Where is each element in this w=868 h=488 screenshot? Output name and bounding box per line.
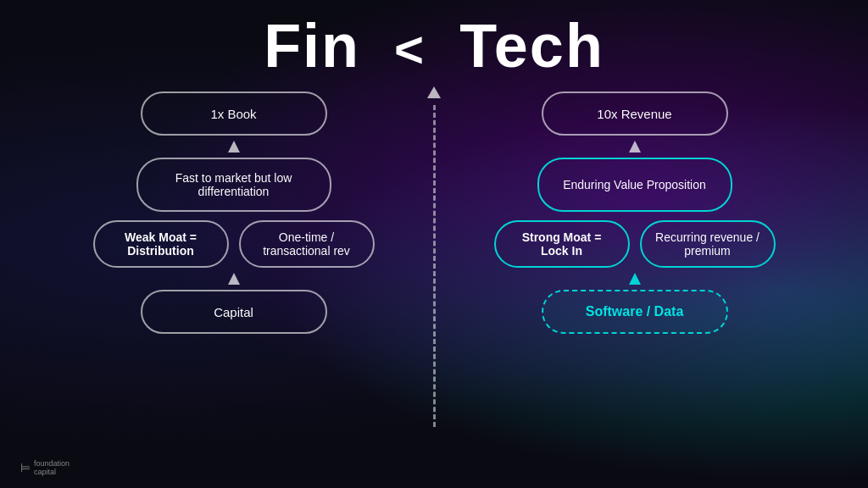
title-fin: Fin [264,12,360,80]
right-column: 10x Revenue Enduring Value Proposition S… [435,86,834,459]
title-less-than: < [394,21,426,78]
box-one-time: One-time / transactional rev [239,220,375,268]
left-column: 1x Book Fast to market but low different… [34,86,433,459]
main-content: 1x Book Fast to market but low different… [0,86,868,459]
box-capital: Capital [141,290,327,334]
box-weak-moat: Weak Moat = Distribution [93,220,229,268]
arrow-up-right-top [629,141,641,152]
box-enduring-value: Enduring Value Proposition [537,158,732,212]
right-bottom-row: Strong Moat = Lock In Recurring revenue … [494,220,776,268]
arrow-up-left-bottom [228,273,240,285]
slide: Fin < Tech 1x Book Fast to market but lo… [0,0,868,488]
box-software-data: Software / Data [542,290,728,334]
arrow-up-left-top [228,141,240,152]
box-fast-to-market: Fast to market but low differentiation [136,158,331,212]
left-layout: 1x Book Fast to market but low different… [93,92,375,334]
slide-title: Fin < Tech [0,0,868,76]
arrow-up-right-bottom [629,273,641,285]
box-10x-revenue: 10x Revenue [542,92,728,136]
box-strong-moat: Strong Moat = Lock In [494,220,630,268]
right-layout: 10x Revenue Enduring Value Proposition S… [494,92,776,334]
box-recurring-revenue: Recurring revenue / premium [640,220,776,268]
box-1x-book: 1x Book [141,92,327,136]
title-tech: Tech [459,12,604,80]
left-bottom-row: Weak Moat = Distribution One-time / tran… [93,220,375,268]
logo-icon: ⊨ [20,461,31,474]
foundation-capital-logo: ⊨ foundation capital [20,459,70,476]
